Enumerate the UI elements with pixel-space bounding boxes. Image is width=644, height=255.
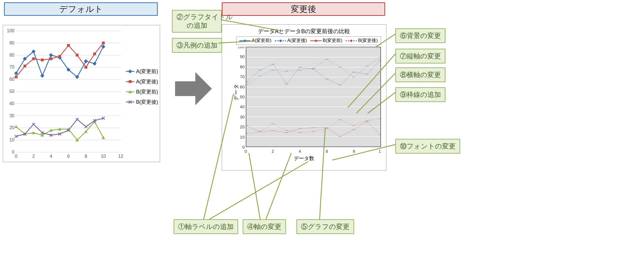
svg-rect-33	[40, 74, 44, 78]
svg-text:90: 90	[9, 41, 14, 45]
svg-point-122	[365, 74, 369, 74]
svg-text:100: 100	[238, 47, 245, 49]
svg-point-127	[285, 71, 288, 71]
svg-text:8: 8	[85, 154, 87, 159]
svg-point-135	[246, 126, 248, 126]
svg-text:4: 4	[50, 154, 52, 159]
chart-after-ylabel: データ	[233, 84, 240, 101]
svg-point-125	[258, 76, 262, 76]
legend-entry: A(変更後)	[126, 76, 158, 87]
svg-rect-41	[15, 76, 18, 78]
svg-text:20: 20	[240, 124, 245, 129]
legend-entry: A(変更前)	[239, 38, 271, 44]
svg-text:40: 40	[240, 104, 245, 109]
svg-point-137	[271, 130, 275, 131]
legend-entry: B(変更後)	[346, 38, 378, 44]
svg-point-115	[271, 64, 275, 64]
svg-text:10: 10	[9, 137, 14, 142]
svg-point-119	[325, 79, 329, 79]
svg-point-150	[298, 132, 302, 133]
svg-text:10: 10	[379, 149, 381, 154]
section-title-after: 変更後	[222, 2, 385, 16]
svg-rect-43	[32, 57, 35, 60]
svg-text:0: 0	[15, 154, 18, 159]
chart-default: 0102030405060708090100024681012 A(変更前)A(…	[3, 25, 160, 162]
svg-point-154	[352, 126, 356, 126]
svg-point-130	[325, 59, 329, 59]
svg-rect-50	[93, 52, 96, 55]
svg-text:50: 50	[9, 89, 14, 94]
svg-text:12: 12	[118, 154, 123, 159]
svg-point-144	[365, 122, 369, 122]
svg-rect-45	[49, 57, 52, 60]
chart-after-xlabel: データ数	[222, 155, 386, 162]
svg-text:60: 60	[9, 77, 14, 82]
svg-rect-51	[102, 42, 105, 44]
svg-point-143	[352, 129, 356, 130]
svg-text:8: 8	[353, 149, 355, 154]
svg-text:2: 2	[272, 149, 274, 154]
annotation-axis-change: ④軸の変更	[243, 219, 286, 234]
svg-point-95	[244, 40, 246, 42]
svg-point-126	[271, 70, 275, 70]
svg-point-123	[378, 60, 380, 60]
svg-point-139	[298, 128, 302, 129]
svg-point-140	[311, 128, 315, 128]
svg-point-138	[285, 132, 288, 133]
annotation-yaxis: ⑦縦軸の変更	[395, 49, 445, 63]
svg-rect-46	[58, 55, 61, 58]
svg-text:90: 90	[240, 54, 245, 59]
svg-text:80: 80	[240, 64, 245, 69]
svg-point-97	[279, 40, 282, 42]
svg-point-120	[338, 85, 342, 85]
svg-point-129	[311, 68, 315, 68]
svg-text:0: 0	[245, 149, 247, 154]
svg-point-117	[298, 67, 302, 67]
legend-entry: B(変更前)	[126, 87, 158, 97]
svg-point-114	[258, 70, 262, 70]
svg-rect-49	[85, 66, 87, 69]
annotation-graph-change: ⑤グラフの変更	[296, 219, 354, 234]
svg-point-151	[311, 131, 315, 132]
annotation-chart-title: ②グラフタイトル の追加	[172, 10, 222, 33]
annotation-font: ⑩フォントの変更	[395, 139, 460, 154]
svg-rect-47	[67, 44, 70, 47]
svg-marker-0	[175, 72, 212, 105]
svg-text:30: 30	[9, 113, 14, 118]
svg-rect-34	[49, 53, 53, 57]
annotation-background: ⑥背景の変更	[395, 28, 445, 43]
chart-after-title: データAとデータBの変更前後の比較	[222, 27, 386, 35]
transform-arrow-icon	[174, 70, 213, 107]
svg-text:2: 2	[32, 154, 35, 159]
svg-point-121	[352, 72, 356, 72]
annotation-xaxis: ⑧横軸の変更	[395, 67, 445, 82]
svg-text:100: 100	[7, 28, 14, 33]
svg-rect-86	[128, 70, 132, 73]
svg-text:10: 10	[101, 154, 106, 159]
annotation-legend: ③凡例の追加	[172, 38, 222, 53]
section-title-default: デフォルト	[4, 2, 158, 16]
svg-point-149	[285, 130, 288, 131]
svg-point-118	[311, 69, 315, 69]
svg-point-113	[246, 82, 248, 82]
svg-text:4: 4	[299, 149, 301, 154]
svg-rect-44	[41, 59, 44, 61]
svg-text:30: 30	[240, 114, 245, 119]
legend-entry: B(変更後)	[126, 97, 158, 107]
svg-text:10: 10	[240, 135, 245, 139]
svg-point-155	[365, 120, 369, 121]
svg-text:20: 20	[9, 125, 14, 130]
svg-text:0: 0	[242, 144, 245, 149]
svg-point-148	[271, 124, 275, 124]
svg-point-133	[365, 66, 369, 66]
chart-after: データAとデータBの変更前後の比較 A(変更前)A(変更後)B(変更前)B(変更…	[222, 24, 386, 171]
svg-point-101	[350, 40, 352, 42]
svg-marker-52	[14, 125, 18, 128]
svg-text:50: 50	[240, 94, 245, 99]
chart-default-legend: A(変更前)A(変更後)B(変更前)B(変更後)	[126, 66, 158, 107]
annotation-border: ⑨枠線の追加	[395, 87, 445, 102]
svg-text:70: 70	[9, 65, 14, 69]
svg-rect-39	[92, 61, 96, 65]
legend-entry: A(変更前)	[126, 66, 158, 76]
svg-point-131	[338, 67, 342, 67]
